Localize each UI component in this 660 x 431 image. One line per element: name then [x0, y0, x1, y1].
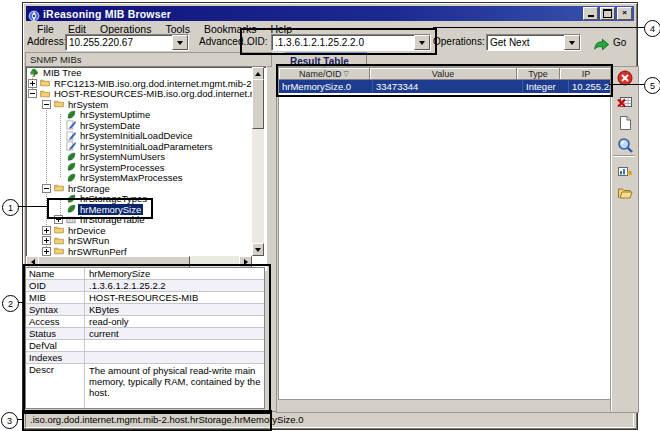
- property-value: KBytes: [85, 304, 264, 315]
- column-header-value[interactable]: Value: [370, 68, 517, 80]
- go-button-label: Go: [613, 37, 626, 48]
- oid-combobox[interactable]: .1.3.6.1.2.1.25.2.2.0: [271, 34, 431, 51]
- oid-dropdown-icon[interactable]: [414, 35, 430, 50]
- leaf-icon: [66, 173, 76, 183]
- tree-item-label: hrSystemNumUsers: [78, 151, 167, 162]
- operations-dropdown-icon[interactable]: [564, 35, 580, 50]
- status-oid-path: .iso.org.dod.internet.mgmt.mib-2.host.hr…: [30, 414, 304, 425]
- tree-item-hrswrun[interactable]: hrSWRun: [26, 235, 252, 246]
- leaf-icon: [66, 152, 76, 162]
- expand-icon[interactable]: [42, 247, 51, 256]
- tree-icon: [29, 68, 39, 78]
- address-combobox[interactable]: 10.255.220.67: [65, 34, 189, 51]
- tree-item-mib tree[interactable]: MIB Tree: [26, 67, 252, 78]
- tree-item-label: hrSystemUptime: [78, 109, 152, 120]
- tree-item-hrmemorysize[interactable]: hrMemorySize: [26, 204, 252, 215]
- open-folder-button[interactable]: [616, 184, 633, 201]
- tab-result-table-label: Result Table: [290, 56, 349, 67]
- result-side-toolbar: [610, 66, 638, 411]
- tree-item-host-resources-mib.iso.org.dod.internet.mgmt.mib-2.host[interactable]: HOST-RESOURCES-MIB.iso.org.dod.internet.…: [26, 88, 252, 99]
- property-label: DefVal: [26, 340, 85, 351]
- tree-item-label: hrStorageTable: [78, 214, 146, 225]
- column-header-name-oid[interactable]: Name/OID▽: [279, 68, 370, 80]
- column-header-label: Type: [528, 69, 548, 79]
- node-properties-table: NamehrMemorySizeOID.1.3.6.1.2.1.25.2.2MI…: [25, 267, 265, 409]
- go-arrow-icon: [593, 36, 610, 49]
- tree-item-hrstorage[interactable]: hrStorage: [26, 183, 252, 194]
- export-button[interactable]: [616, 162, 633, 179]
- property-row-status: Statuscurrent: [26, 328, 264, 340]
- callout-5: 5: [644, 77, 660, 94]
- snmp-mibs-header: SNMP MIBs: [25, 52, 272, 67]
- menu-item-file[interactable]: File: [30, 23, 61, 35]
- tree-item-hrsystemnumusers[interactable]: hrSystemNumUsers: [26, 151, 252, 162]
- window-title: iReasoning MIB Browser: [43, 8, 171, 20]
- tree-item-label: hrSystem: [66, 99, 110, 110]
- callout-line-4: [433, 27, 644, 28]
- tree-item-hrdevice[interactable]: hrDevice: [26, 225, 252, 236]
- callout-2: 2: [2, 295, 19, 312]
- tree-vertical-scrollbar[interactable]: [252, 67, 264, 256]
- scroll-down-button[interactable]: [252, 243, 264, 256]
- tree-item-hrstoragetypes[interactable]: hrStorageTypes: [26, 193, 252, 204]
- minimize-button[interactable]: [583, 7, 598, 20]
- scroll-thumb[interactable]: [252, 79, 264, 129]
- expand-icon[interactable]: [28, 79, 37, 88]
- menu-item-tools[interactable]: Tools: [158, 23, 197, 35]
- property-value: hrMemorySize: [85, 268, 264, 279]
- menu-item-operations[interactable]: Operations: [93, 23, 158, 35]
- result-table-row[interactable]: hrMemorySize.033473344Integer10.255.220.…: [279, 80, 611, 93]
- property-label: MIB: [26, 292, 85, 303]
- property-row-name: NamehrMemorySize: [26, 268, 264, 280]
- clear-table-button[interactable]: [616, 92, 633, 109]
- callout-line-1: [17, 206, 47, 207]
- collapse-icon[interactable]: [42, 100, 51, 109]
- menu-item-help[interactable]: Help: [263, 23, 299, 35]
- tree-item-hrsystemdate[interactable]: hrSystemDate: [26, 120, 252, 131]
- sort-indicator-icon: ▽: [344, 70, 349, 78]
- address-dropdown-icon[interactable]: [172, 35, 188, 50]
- folder-icon: [54, 225, 64, 235]
- property-label: Syntax: [26, 304, 85, 315]
- property-value: current: [85, 328, 264, 339]
- callout-line-5: [609, 84, 644, 85]
- callout-3: 3: [1, 412, 18, 429]
- collapse-icon[interactable]: [42, 184, 51, 193]
- app-logo-icon: [28, 8, 40, 20]
- mib-tree: MIB TreeRFC1213-MIB.iso.org.dod.internet…: [25, 66, 267, 271]
- tree-item-label: hrSystemDate: [78, 120, 142, 131]
- tree-item-hrsystemmaxprocesses[interactable]: hrSystemMaxProcesses: [26, 172, 252, 183]
- tree-item-rfc1213-mib.iso.org.dod.internet.mgmt.mib-2[interactable]: RFC1213-MIB.iso.org.dod.internet.mgmt.mi…: [26, 78, 252, 89]
- go-button[interactable]: Go: [593, 34, 626, 50]
- tree-item-hrsystemuptime[interactable]: hrSystemUptime: [26, 109, 252, 120]
- tree-item-hrswrunperf[interactable]: hrSWRunPerf: [26, 246, 252, 257]
- expand-icon[interactable]: [42, 226, 51, 235]
- property-label: OID: [26, 280, 85, 291]
- title-bar[interactable]: iReasoning MIB Browser ×: [26, 6, 634, 21]
- magnifier-button[interactable]: [616, 136, 633, 153]
- property-value: The amount of physical read-write main m…: [85, 364, 264, 408]
- column-header-ip[interactable]: IP: [560, 68, 612, 80]
- column-header-type[interactable]: Type: [517, 68, 560, 80]
- new-document-button[interactable]: [616, 114, 633, 131]
- expand-icon[interactable]: [54, 215, 63, 224]
- tree-item-hrsystem[interactable]: hrSystem: [26, 99, 252, 110]
- folder-icon: [40, 89, 50, 99]
- tree-item-hrsystemprocesses[interactable]: hrSystemProcesses: [26, 162, 252, 173]
- property-label: Access: [26, 316, 85, 327]
- operations-combobox[interactable]: Get Next: [486, 34, 581, 51]
- mib-tree-viewport: MIB TreeRFC1213-MIB.iso.org.dod.internet…: [26, 67, 252, 256]
- tree-item-hrstoragetable[interactable]: hrStorageTable: [26, 214, 252, 225]
- property-row-defval: DefVal: [26, 340, 264, 352]
- collapse-icon[interactable]: [28, 89, 37, 98]
- menu-item-edit[interactable]: Edit: [61, 23, 93, 35]
- menu-item-bookmarks[interactable]: Bookmarks: [197, 23, 264, 35]
- leaf-icon: [66, 194, 76, 204]
- tree-item-hrsysteminitialloaddevice[interactable]: hrSystemInitialLoadDevice: [26, 130, 252, 141]
- oid-value: .1.3.6.1.2.1.25.2.2.0: [272, 37, 414, 48]
- close-button[interactable]: ×: [617, 7, 632, 20]
- expand-icon[interactable]: [42, 236, 51, 245]
- maximize-button[interactable]: [600, 7, 615, 20]
- tree-item-hrsysteminitialloadparameters[interactable]: hrSystemInitialLoadParameters: [26, 141, 252, 152]
- pen-icon: [66, 131, 76, 141]
